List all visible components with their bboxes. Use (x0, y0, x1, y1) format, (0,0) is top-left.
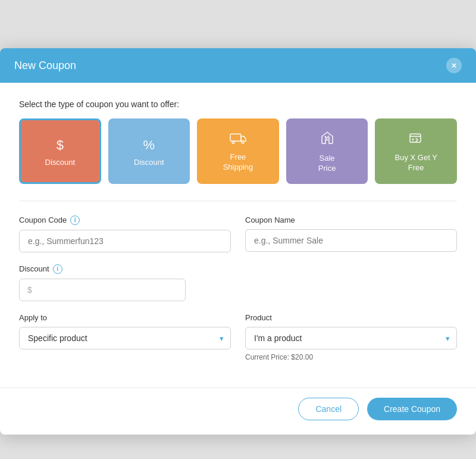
dollar-prefix-symbol: $ (27, 285, 32, 295)
current-price-label: Current Price: $20.00 (245, 353, 457, 361)
discount-info-icon[interactable]: i (53, 264, 62, 274)
sale-price-label: SalePrice (318, 154, 336, 174)
buy-x-get-y-label: Buy X Get YFree (395, 153, 437, 173)
product-select-wrapper: I'm a product Another product ▾ (245, 327, 457, 349)
svg-point-5 (412, 139, 414, 140)
coupon-type-selector: $ Discount % Discount (19, 118, 457, 184)
svg-rect-0 (230, 134, 241, 141)
discount-prefix-wrapper: $ (19, 279, 186, 301)
coupon-code-input[interactable] (19, 230, 231, 252)
shipping-icon (230, 132, 246, 148)
modal-title: New Coupon (14, 60, 76, 72)
create-coupon-button[interactable]: Create Coupon (367, 398, 457, 420)
dollar-discount-label: Discount (45, 158, 76, 168)
free-shipping-label: FreeShipping (223, 152, 253, 173)
coupon-type-percent-discount[interactable]: % Discount (108, 118, 190, 184)
buy-x-get-y-icon (408, 132, 424, 148)
modal-overlay: New Coupon × Select the type of coupon y… (0, 12, 476, 459)
svg-point-2 (242, 141, 244, 143)
product-select[interactable]: I'm a product Another product (245, 327, 457, 349)
coupon-type-sale-price[interactable]: SalePrice (286, 118, 368, 184)
product-group: Product I'm a product Another product ▾ … (245, 313, 457, 361)
sale-icon (320, 131, 334, 149)
discount-label: Discount i (19, 264, 457, 274)
coupon-type-dollar-discount[interactable]: $ Discount (19, 118, 101, 184)
coupon-type-section-label: Select the type of coupon you want to of… (19, 99, 457, 109)
apply-product-row: Apply to Specific product All products S… (19, 313, 457, 361)
discount-input[interactable] (19, 279, 186, 301)
form-divider (19, 201, 457, 201)
coupon-type-free-shipping[interactable]: FreeShipping (197, 118, 279, 184)
apply-to-label: Apply to (19, 313, 231, 322)
apply-to-group: Apply to Specific product All products S… (19, 313, 231, 361)
coupon-code-name-row: Coupon Code i Coupon Name (19, 216, 457, 252)
svg-point-4 (328, 138, 330, 139)
modal-body: Select the type of coupon you want to of… (0, 83, 476, 388)
svg-point-1 (232, 141, 234, 143)
percent-icon: % (143, 138, 155, 153)
discount-row: Discount i $ (19, 264, 457, 301)
coupon-name-label: Coupon Name (245, 216, 457, 224)
percent-discount-label: Discount (134, 158, 164, 168)
product-label: Product (245, 313, 457, 322)
svg-point-3 (324, 136, 326, 138)
coupon-code-info-icon[interactable]: i (70, 216, 80, 225)
close-button[interactable]: × (446, 58, 462, 73)
cancel-button[interactable]: Cancel (298, 398, 359, 420)
modal-header: New Coupon × (0, 48, 476, 83)
dollar-icon: $ (57, 138, 64, 153)
coupon-code-label: Coupon Code i (19, 216, 231, 225)
apply-to-select[interactable]: Specific product All products Specific c… (19, 327, 231, 349)
coupon-name-input[interactable] (245, 229, 457, 252)
discount-input-wrapper: $ (19, 279, 186, 301)
coupon-type-buy-x-get-y[interactable]: Buy X Get YFree (375, 118, 457, 184)
modal-dialog: New Coupon × Select the type of coupon y… (0, 48, 476, 435)
coupon-code-group: Coupon Code i (19, 216, 231, 252)
coupon-name-group: Coupon Name (245, 216, 457, 252)
apply-to-select-wrapper: Specific product All products Specific c… (19, 327, 231, 349)
modal-footer: Cancel Create Coupon (0, 388, 476, 435)
